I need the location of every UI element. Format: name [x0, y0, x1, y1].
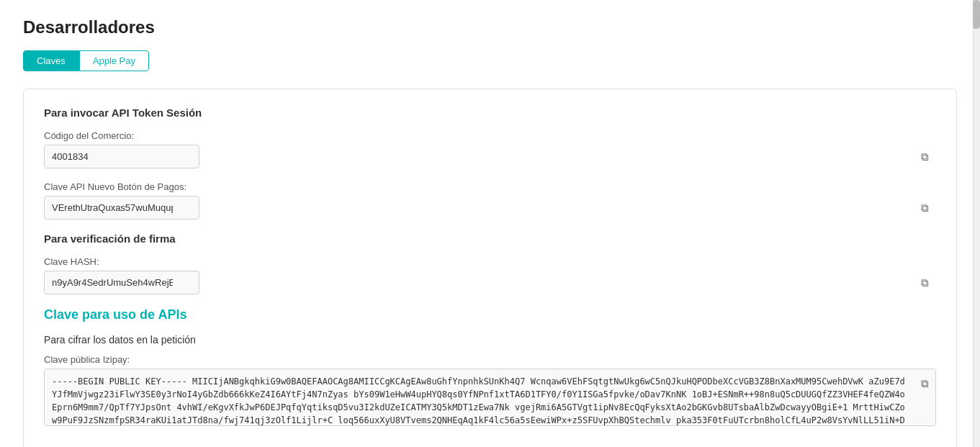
scrollbar-track[interactable] [973, 0, 980, 447]
field-row-codigo: ⧉ [44, 145, 936, 168]
field-row-clave-api: ⧉ [44, 196, 936, 220]
field-label-publica: Clave pública Izipay: [44, 354, 936, 365]
input-clave-api[interactable] [44, 196, 199, 220]
tabs-bar: Claves Apple Pay [23, 50, 957, 71]
tab-apple-pay[interactable]: Apple Pay [79, 50, 149, 71]
page-container: Desarrolladores Claves Apple Pay Para in… [0, 0, 980, 447]
copy-icon-hash[interactable]: ⧉ [921, 276, 929, 289]
page-title: Desarrolladores [23, 17, 957, 37]
input-clave-hash[interactable] [44, 271, 199, 294]
section3-title: Clave para uso de APIs [44, 307, 936, 322]
field-row-hash: ⧉ [44, 271, 936, 294]
field-wrap-hash: ⧉ [44, 271, 936, 294]
field-label-clave-api: Clave API Nuevo Botón de Pagos: [44, 181, 936, 192]
copy-icon-codigo[interactable]: ⧉ [921, 150, 929, 163]
field-wrap-publica: -----BEGIN PUBLIC KEY----- MIICIjANBgkqh… [44, 369, 936, 428]
field-row-publica: -----BEGIN PUBLIC KEY----- MIICIjANBgkqh… [44, 369, 936, 428]
input-codigo-comercio[interactable] [44, 145, 199, 168]
scrollbar-thumb[interactable] [973, 0, 980, 29]
section3-subtitle: Para cifrar los datos en la petición [44, 334, 936, 346]
input-clave-publica[interactable]: -----BEGIN PUBLIC KEY----- MIICIjANBgkqh… [44, 369, 936, 426]
field-label-codigo: Código del Comercio: [44, 130, 936, 141]
field-wrap-clave-api: ⧉ [44, 196, 936, 220]
field-wrap-codigo: ⧉ [44, 145, 936, 168]
copy-icon-publica[interactable]: ⧉ [921, 377, 929, 390]
copy-icon-clave-api[interactable]: ⧉ [921, 202, 929, 215]
section2-title: Para verificación de firma [44, 232, 936, 245]
section1-title: Para invocar API Token Sesión [44, 107, 936, 119]
tab-claves[interactable]: Claves [23, 50, 79, 71]
main-card: Para invocar API Token Sesión Código del… [23, 89, 957, 447]
field-label-hash: Clave HASH: [44, 256, 936, 267]
